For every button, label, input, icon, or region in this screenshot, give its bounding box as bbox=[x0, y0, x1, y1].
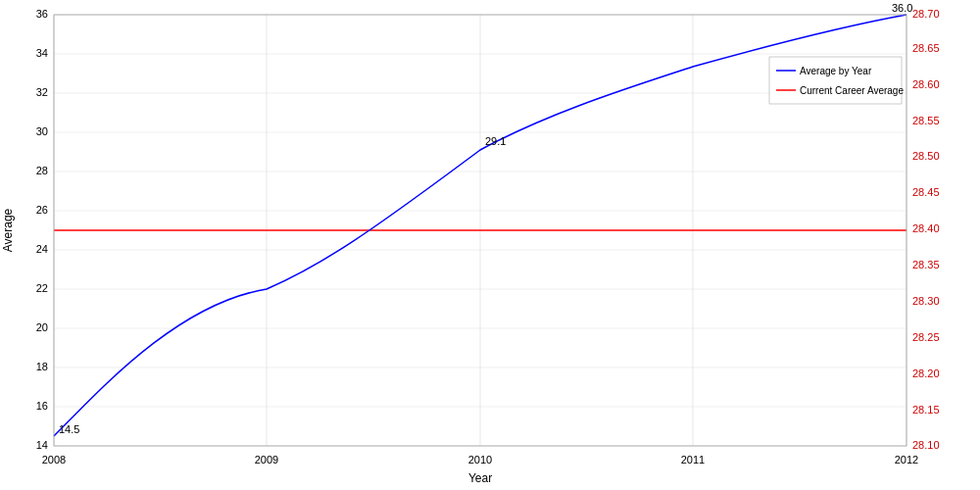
xtick-2012: 2012 bbox=[895, 454, 918, 466]
rytick-2825: 28.25 bbox=[912, 331, 940, 343]
rytick-2870: 28.70 bbox=[912, 8, 940, 20]
legend-box bbox=[769, 57, 902, 104]
chart-svg: 14 16 18 20 22 24 26 28 30 32 34 36 28.1… bbox=[0, 0, 980, 490]
rytick-2845: 28.45 bbox=[912, 186, 940, 198]
ytick-14: 14 bbox=[36, 439, 48, 451]
ytick-28: 28 bbox=[36, 165, 48, 176]
ytick-36: 36 bbox=[36, 8, 48, 20]
rytick-2830: 28.30 bbox=[912, 295, 940, 307]
xtick-2009: 2009 bbox=[255, 454, 278, 466]
ytick-16: 16 bbox=[36, 400, 48, 412]
x-axis-label: Year bbox=[468, 471, 492, 485]
ytick-32: 32 bbox=[36, 86, 48, 98]
xtick-2010: 2010 bbox=[468, 454, 492, 466]
ytick-30: 30 bbox=[36, 125, 48, 137]
ytick-20: 20 bbox=[36, 321, 48, 333]
rytick-2865: 28.65 bbox=[912, 42, 940, 54]
rytick-2860: 28.60 bbox=[912, 78, 940, 90]
y-axis-left-label: Average bbox=[1, 208, 15, 252]
ytick-18: 18 bbox=[36, 361, 48, 372]
ytick-22: 22 bbox=[36, 282, 48, 294]
legend-career-label: Current Career Average bbox=[800, 85, 904, 96]
chart-container: 14 16 18 20 22 24 26 28 30 32 34 36 28.1… bbox=[0, 0, 980, 490]
rytick-2820: 28.20 bbox=[912, 368, 940, 379]
annotation-end: 36.0 bbox=[892, 2, 912, 14]
annotation-start: 14.5 bbox=[59, 423, 79, 435]
ytick-34: 34 bbox=[36, 47, 48, 59]
rytick-2835: 28.35 bbox=[912, 259, 940, 270]
rytick-2815: 28.15 bbox=[912, 404, 940, 416]
rytick-2855: 28.55 bbox=[912, 115, 940, 126]
annotation-2010: 29.1 bbox=[485, 135, 506, 147]
ytick-24: 24 bbox=[36, 243, 48, 255]
rytick-2850: 28.50 bbox=[912, 150, 940, 162]
legend-avg-label: Average by Year bbox=[800, 66, 872, 76]
ytick-26: 26 bbox=[36, 204, 48, 216]
xtick-2008: 2008 bbox=[42, 454, 66, 466]
xtick-2011: 2011 bbox=[681, 454, 705, 466]
rytick-2810: 28.10 bbox=[912, 439, 940, 451]
rytick-2840: 28.40 bbox=[912, 222, 940, 234]
